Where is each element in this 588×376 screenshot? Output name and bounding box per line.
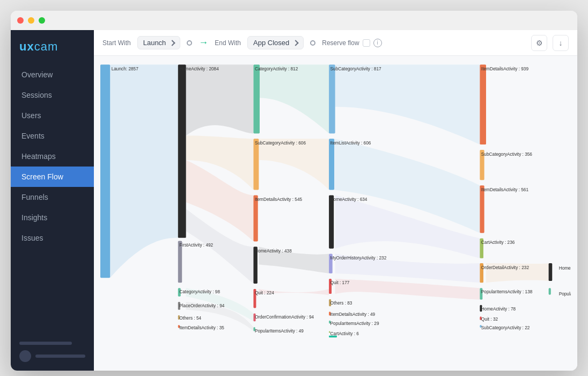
- sidebar-user: [19, 350, 85, 362]
- svg-text:CategoryActivity : 98: CategoryActivity : 98: [179, 290, 220, 294]
- svg-rect-68: [329, 336, 337, 337]
- svg-rect-8: [480, 64, 486, 144]
- reserve-label: Reserve flow: [322, 39, 359, 47]
- svg-text:Quit : 177: Quit : 177: [330, 280, 350, 285]
- svg-text:ItemDetailsActivity : 35: ItemDetailsActivity : 35: [179, 326, 224, 330]
- svg-rect-16: [480, 185, 484, 233]
- svg-text:SubCategoryActivity : 356: SubCategoryActivity : 356: [481, 152, 533, 157]
- gear-icon: ⚙: [536, 39, 543, 47]
- titlebar: [11, 11, 577, 30]
- sidebar-bar-1: [19, 342, 72, 345]
- svg-text:Launch: 2857: Launch: 2857: [112, 67, 139, 71]
- svg-text:HomeActivity : 78: HomeActivity : 78: [481, 307, 516, 312]
- close-button[interactable]: [17, 17, 24, 24]
- end-indicator-icon: [310, 40, 315, 46]
- svg-text:CategoryActivity : 812: CategoryActivity : 812: [255, 67, 298, 71]
- svg-rect-50: [549, 288, 551, 294]
- toolbar-actions: ⚙ ↓: [531, 35, 569, 51]
- svg-rect-12: [329, 139, 334, 190]
- svg-text:SubCategoryActivity : 22: SubCategoryActivity : 22: [481, 326, 530, 330]
- reserve-checkbox[interactable]: [363, 39, 370, 47]
- svg-text:SubCategoryActivity : 817: SubCategoryActivity : 817: [330, 67, 382, 71]
- svg-text:CartActivity : 236: CartActivity : 236: [481, 240, 515, 245]
- start-label: Start With: [102, 39, 131, 47]
- svg-rect-10: [253, 139, 259, 190]
- end-label: End With: [215, 39, 241, 47]
- svg-text:Others : 54: Others : 54: [179, 316, 201, 321]
- svg-text:HomeActivity : 2084: HomeActivity : 2084: [179, 67, 219, 71]
- svg-text:ItemDetailsActivity : 545: ItemDetailsActivity : 545: [255, 197, 303, 202]
- svg-text:PopularItemsActivity : 138: PopularItemsActivity : 138: [481, 290, 533, 294]
- sidebar-item-events[interactable]: Events: [11, 126, 94, 146]
- svg-text:MyOrderHistoryActivity : 232: MyOrderHistoryActivity : 232: [330, 256, 387, 261]
- sidebar-item-sessions[interactable]: Sessions: [11, 85, 94, 105]
- start-select[interactable]: Launch: [137, 36, 181, 49]
- end-chevron-icon: [293, 40, 299, 46]
- download-button[interactable]: ↓: [553, 35, 569, 51]
- sidebar-item-screen-flow[interactable]: Screen Flow: [11, 167, 94, 187]
- start-indicator-icon: [187, 40, 192, 46]
- sankey-diagram: Launch: 2857 HomeActivity : 2084 Categor…: [100, 62, 571, 364]
- main-content: Start With Launch → End With App Closed …: [94, 30, 577, 371]
- svg-text:Others : 83: Others : 83: [330, 301, 352, 306]
- svg-text:PopularItemsActivity : 29: PopularItemsActivity : 29: [330, 321, 379, 326]
- sidebar-item-insights[interactable]: Insights: [11, 207, 94, 228]
- settings-button[interactable]: ⚙: [531, 35, 547, 51]
- minimize-button[interactable]: [28, 17, 34, 24]
- svg-rect-32: [549, 263, 553, 281]
- svg-text:OrderConfirmationActivity : 94: OrderConfirmationActivity : 94: [255, 315, 314, 320]
- sankey-svg: Launch: 2857 HomeActivity : 2084 Categor…: [100, 62, 571, 364]
- svg-text:HomeActivity : 634: HomeActivity : 634: [330, 197, 367, 202]
- sidebar-item-users[interactable]: Users: [11, 105, 94, 126]
- end-value: App Closed: [253, 39, 289, 47]
- start-value: Launch: [143, 39, 166, 47]
- svg-rect-18: [253, 195, 258, 241]
- svg-text:ItemListActivity : 606: ItemListActivity : 606: [330, 141, 371, 146]
- maximize-button[interactable]: [39, 17, 45, 24]
- svg-text:FirstActivity : 492: FirstActivity : 492: [179, 243, 213, 248]
- sidebar-user-bar: [35, 355, 85, 358]
- sidebar: uxcam OverviewSessionsUsersEventsHeatmap…: [11, 30, 94, 371]
- app-window: uxcam OverviewSessionsUsersEventsHeatmap…: [11, 11, 577, 371]
- svg-rect-0: [100, 64, 110, 278]
- reserve-info-icon[interactable]: i: [373, 39, 382, 47]
- sidebar-footer: [11, 333, 94, 371]
- svg-text:ItemDetailsActivity : 561: ItemDetailsActivity : 561: [481, 187, 529, 192]
- arrow-icon: →: [199, 37, 208, 48]
- svg-rect-20: [329, 195, 334, 248]
- svg-text:HomeActivity : 438: HomeActivity : 438: [255, 249, 292, 254]
- svg-text:Quit : 224: Quit : 224: [255, 291, 274, 295]
- svg-text:SubCategoryActivity : 606: SubCategoryActivity : 606: [255, 141, 306, 146]
- flow-area[interactable]: Launch: 2857 HomeActivity : 2084 Categor…: [94, 56, 577, 371]
- svg-text:CartActivity : 6: CartActivity : 6: [330, 331, 359, 336]
- svg-rect-2: [178, 64, 186, 238]
- sidebar-item-issues[interactable]: Issues: [11, 228, 94, 248]
- sidebar-item-heatmaps[interactable]: Heatmaps: [11, 146, 94, 167]
- sidebar-item-funnels[interactable]: Funnels: [11, 187, 94, 207]
- start-chevron-icon: [170, 40, 175, 46]
- svg-text:HomeActivity : 211: HomeActivity : 211: [559, 266, 571, 271]
- reserve-flow-group: Reserve flow i: [322, 39, 381, 47]
- svg-text:ItemDetailsActivity : 49: ItemDetailsActivity : 49: [330, 312, 376, 317]
- download-icon: ↓: [559, 39, 563, 47]
- svg-rect-4: [253, 64, 260, 133]
- svg-text:ItemDetailsActivity : 939: ItemDetailsActivity : 939: [481, 67, 529, 71]
- svg-text:PlaceOrderActivity : 94: PlaceOrderActivity : 94: [179, 303, 224, 308]
- sidebar-nav: OverviewSessionsUsersEventsHeatmapsScree…: [11, 64, 94, 333]
- end-select[interactable]: App Closed: [247, 36, 304, 49]
- svg-text:Quit : 32: Quit : 32: [481, 317, 498, 322]
- sidebar-item-overview[interactable]: Overview: [11, 64, 94, 85]
- avatar: [19, 350, 31, 362]
- svg-rect-6: [329, 64, 335, 133]
- app-body: uxcam OverviewSessionsUsersEventsHeatmap…: [11, 30, 577, 371]
- svg-text:PopularItemsActivity : 29: PopularItemsActivity : 29: [559, 292, 571, 297]
- toolbar: Start With Launch → End With App Closed …: [94, 30, 577, 56]
- svg-text:OrderDetailActivity : 232: OrderDetailActivity : 232: [481, 265, 530, 270]
- svg-text:PopularItemsActivity : 49: PopularItemsActivity : 49: [255, 329, 304, 334]
- logo: uxcam: [11, 30, 94, 64]
